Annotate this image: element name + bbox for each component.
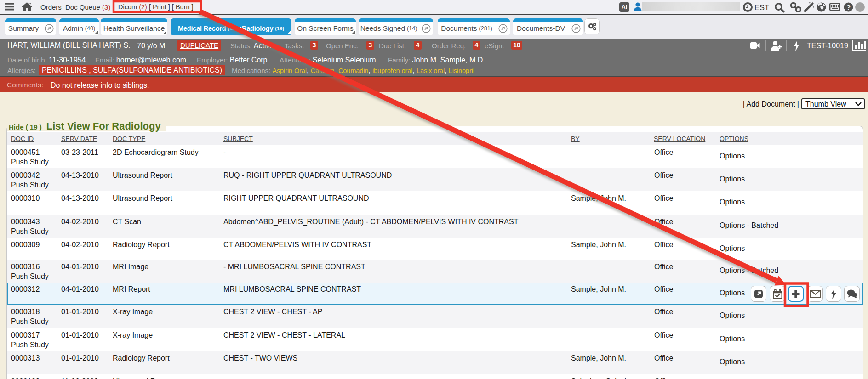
svg-text:?: ? xyxy=(846,3,851,11)
